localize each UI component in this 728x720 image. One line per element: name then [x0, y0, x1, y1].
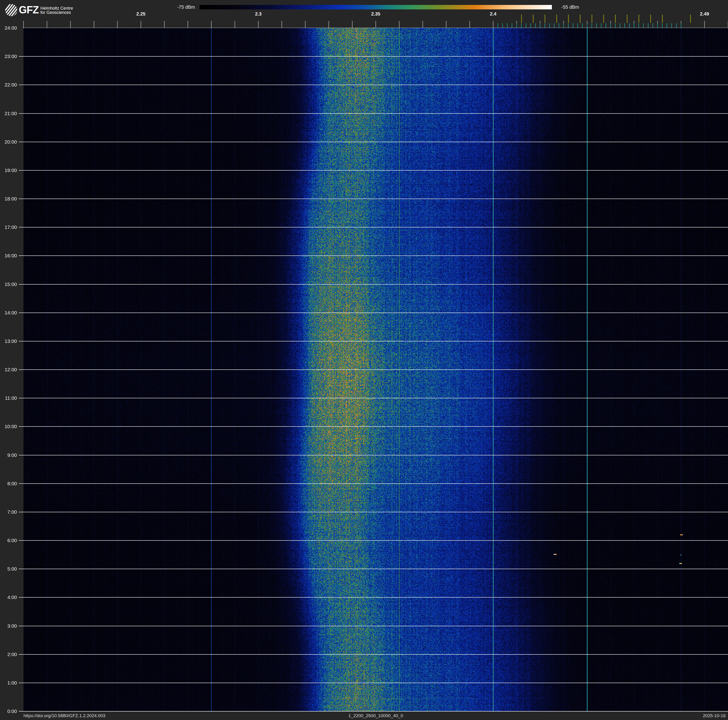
time-tick-label: 11:00	[0, 395, 17, 401]
ble-channel-tick	[662, 23, 662, 28]
wifi-channel-tick	[556, 15, 557, 23]
spectrogram-page: { "header": { "logo": { "acronym": "GFZ"…	[0, 0, 728, 720]
ble-channel-tick	[681, 23, 681, 28]
ble-channel-tick	[629, 23, 630, 28]
ble-channel-tick	[610, 23, 611, 28]
hour-gridline	[19, 170, 728, 171]
time-tick-label: 10:00	[0, 424, 17, 429]
hour-gridline	[19, 113, 728, 114]
frequency-tick-label: 2.35	[371, 11, 381, 17]
time-tick-label: 19:00	[0, 168, 17, 173]
frequency-minor-tick	[94, 21, 94, 28]
ble-channel-tick	[648, 23, 648, 28]
ble-channel-tick	[568, 23, 569, 28]
ble-channel-tick	[535, 23, 536, 28]
ble-channel-tick	[502, 23, 503, 28]
ble-channel-tick	[531, 23, 531, 28]
ble-channel-tick	[592, 23, 592, 28]
time-tick-label: 0:00	[0, 709, 17, 714]
frequency-minor-tick	[376, 21, 376, 28]
hour-gridline	[19, 227, 728, 227]
ble-channel-tick	[653, 23, 653, 28]
wifi-channel-tick	[592, 15, 592, 23]
logo-subtitle-line2: for Geosciences	[40, 10, 73, 15]
ble-channel-tick	[657, 23, 658, 28]
wifi-channel-tick	[603, 15, 604, 23]
footer-date: 2025-10-16	[703, 713, 726, 718]
logo-subtitle: Helmholtz Centre for Geosciences	[40, 6, 73, 15]
colorbar-max-label: -55 dBm	[561, 5, 579, 10]
time-tick-label: 18:00	[0, 196, 17, 201]
hour-gridline	[19, 142, 728, 142]
time-tick-label: 15:00	[0, 282, 17, 287]
wifi-channel-tick	[690, 15, 691, 23]
hour-gridline	[19, 398, 728, 398]
logo-acronym: GFZ	[19, 5, 39, 15]
frequency-minor-tick	[188, 21, 188, 28]
hour-gridline	[19, 313, 728, 313]
ble-channel-tick	[578, 23, 578, 28]
hour-gridline	[19, 483, 728, 484]
hour-gridline	[19, 683, 728, 683]
frequency-minor-tick	[422, 21, 423, 28]
hour-gridline	[19, 540, 728, 541]
frequency-tick-label: 2.49	[700, 11, 709, 17]
hour-gridline	[19, 569, 728, 569]
frequency-minor-tick	[23, 21, 24, 28]
rf-burst-speck	[680, 535, 683, 535]
wifi-channel-tick	[627, 15, 627, 23]
time-tick-label: 7:00	[0, 509, 17, 515]
hour-gridline	[19, 256, 728, 256]
time-tick-label: 16:00	[0, 253, 17, 258]
hour-gridline	[19, 369, 728, 370]
frequency-tick-label: 2.3	[255, 11, 262, 17]
ble-channel-tick	[544, 23, 545, 28]
hour-gridline	[19, 84, 728, 85]
ble-channel-tick	[596, 23, 597, 28]
ble-channel-tick	[549, 23, 550, 28]
wifi-channel-tick	[521, 15, 522, 23]
time-tick-label: 6:00	[0, 538, 17, 543]
frequency-minor-tick	[70, 21, 71, 28]
frequency-minor-tick	[305, 21, 306, 28]
ble-channel-tick	[573, 23, 573, 28]
ble-channel-tick	[606, 23, 606, 28]
hour-gridline	[19, 199, 728, 199]
ble-channel-tick	[540, 23, 540, 28]
time-tick-label: 2:00	[0, 652, 17, 657]
hour-gridline	[19, 426, 728, 427]
time-tick-label: 13:00	[0, 339, 17, 344]
ble-channel-tick	[587, 23, 587, 28]
rf-burst-speck	[680, 555, 682, 555]
time-tick-label: 17:00	[0, 225, 17, 230]
frequency-minor-tick	[704, 21, 705, 28]
ble-channel-tick	[615, 23, 615, 28]
hour-gridline	[19, 341, 728, 342]
wifi-channel-tick	[650, 15, 651, 23]
ble-channel-tick	[521, 23, 522, 28]
bottom-axis-line	[19, 711, 728, 712]
ble-channel-tick	[676, 23, 677, 28]
rf-burst-speck	[553, 554, 557, 555]
time-tick-label: 12:00	[0, 367, 17, 372]
frequency-minor-tick	[281, 21, 282, 28]
time-tick-label: 23:00	[0, 54, 17, 59]
hour-gridline	[19, 626, 728, 626]
frequency-minor-tick	[352, 21, 352, 28]
ble-channel-tick	[620, 23, 620, 28]
frequency-minor-tick	[211, 21, 212, 28]
frequency-minor-tick	[399, 21, 399, 28]
wifi-channel-tick	[639, 15, 639, 23]
ble-channel-tick	[559, 23, 559, 28]
frequency-minor-tick	[329, 21, 329, 28]
time-tick-label: 5:00	[0, 566, 17, 571]
wifi-channel-tick	[662, 15, 663, 23]
ble-channel-tick	[563, 23, 564, 28]
ble-channel-tick	[498, 23, 498, 28]
frequency-minor-tick	[47, 21, 47, 28]
rf-burst-speck	[679, 563, 682, 564]
frequency-minor-tick	[235, 21, 235, 28]
ble-channel-tick	[516, 23, 517, 28]
time-tick-label: 8:00	[0, 481, 17, 486]
time-tick-label: 20:00	[0, 139, 17, 144]
